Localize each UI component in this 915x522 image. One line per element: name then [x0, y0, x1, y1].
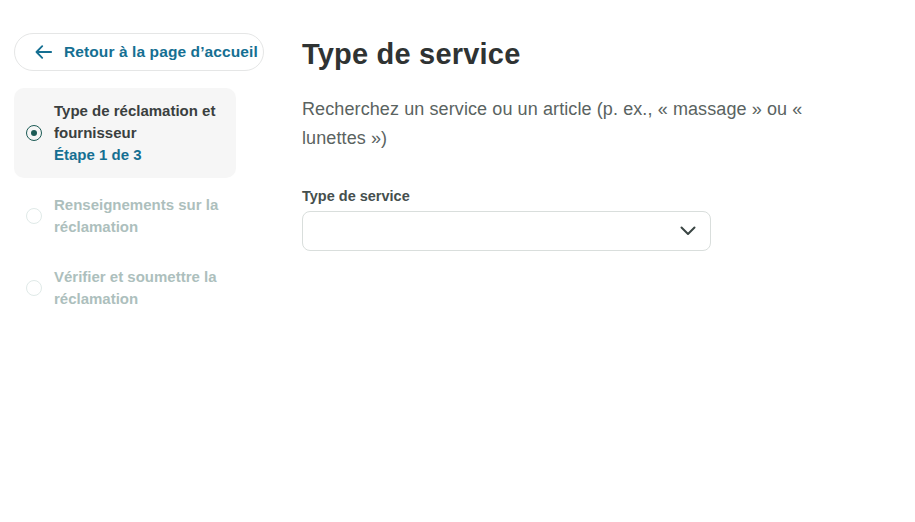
radio-selected-icon	[26, 125, 42, 141]
page-description: Recherchez un service ou un article (p. …	[302, 95, 847, 153]
stepper: Type de réclamation et fournisseur Étape…	[14, 88, 236, 322]
step-title: Vérifier et soumettre la réclamation	[54, 266, 224, 310]
sidebar: Retour à la page d’accueil Type de récla…	[14, 33, 264, 322]
back-button[interactable]: Retour à la page d’accueil	[14, 33, 264, 71]
service-type-field: Type de service	[302, 186, 862, 251]
step-item-claim-details[interactable]: Renseignements sur la réclamation	[14, 182, 236, 250]
main-content: Type de service Recherchez un service ou…	[302, 36, 862, 251]
arrow-left-icon	[35, 45, 52, 59]
page-title: Type de service	[302, 36, 862, 72]
step-title: Type de réclamation et fournisseur	[54, 100, 224, 144]
service-type-select[interactable]	[302, 211, 711, 251]
step-progress-label: Étape 1 de 3	[54, 144, 224, 166]
radio-unselected-icon	[26, 208, 42, 224]
chevron-down-icon	[680, 226, 696, 236]
radio-unselected-icon	[26, 280, 42, 296]
step-item-claim-type[interactable]: Type de réclamation et fournisseur Étape…	[14, 88, 236, 178]
step-item-review-submit[interactable]: Vérifier et soumettre la réclamation	[14, 254, 236, 322]
step-title: Renseignements sur la réclamation	[54, 194, 224, 238]
back-button-label: Retour à la page d’accueil	[64, 43, 258, 61]
service-type-label: Type de service	[302, 186, 862, 206]
